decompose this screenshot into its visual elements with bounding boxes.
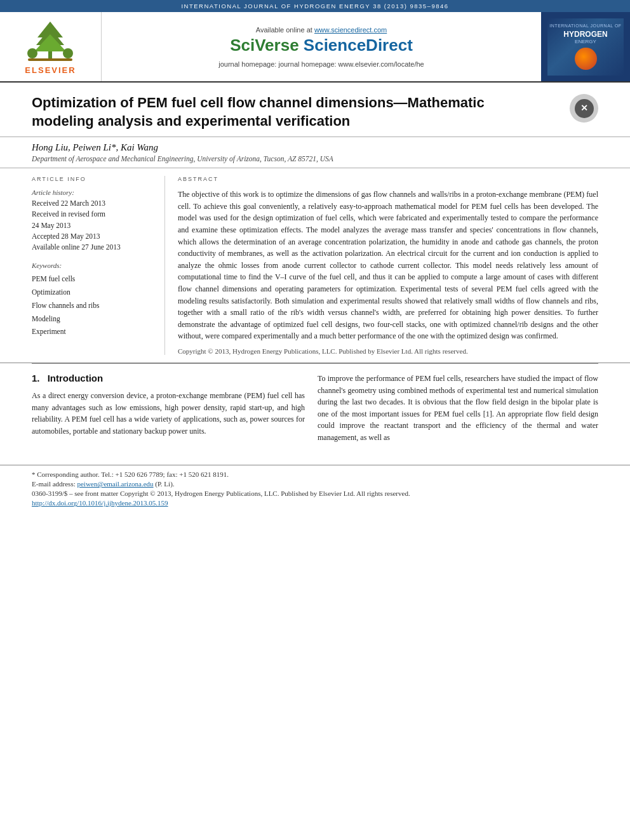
homepage-link[interactable]: journal homepage: www.elsevier.com/locat… bbox=[278, 60, 424, 68]
revised-label: Received in revised form bbox=[32, 209, 155, 220]
introduction-right-text: To improve the performance of PEM fuel c… bbox=[318, 373, 598, 444]
accepted-date: Accepted 28 May 2013 bbox=[32, 231, 155, 242]
email-suffix: (P. Li). bbox=[154, 480, 175, 488]
doi-line: http://dx.doi.org/10.1016/j.ijhydene.201… bbox=[32, 499, 598, 507]
journal-bar-text: INTERNATIONAL JOURNAL OF HYDROGEN ENERGY… bbox=[181, 3, 448, 10]
keyword-4: Modeling bbox=[32, 312, 155, 326]
journal-cover-section: International Journal of HYDROGEN ENERGY bbox=[541, 12, 630, 81]
svg-rect-6 bbox=[28, 58, 72, 61]
crossmark-badge[interactable]: ✕ bbox=[570, 94, 598, 123]
journal-cover-title-line1: International Journal of bbox=[549, 23, 621, 29]
elsevier-logo-section: ELSEVIER bbox=[0, 12, 102, 81]
online-date: Available online 27 June 2013 bbox=[32, 242, 155, 253]
introduction-left: 1. Introduction As a direct energy conve… bbox=[32, 373, 305, 444]
journal-cover-main: HYDROGEN bbox=[563, 30, 607, 39]
journal-bar: INTERNATIONAL JOURNAL OF HYDROGEN ENERGY… bbox=[0, 0, 630, 12]
header-section: ELSEVIER Available online at www.science… bbox=[0, 12, 630, 83]
issn-line: 0360-3199/$ – see front matter Copyright… bbox=[32, 490, 598, 497]
introduction-section: 1. Introduction As a direct energy conve… bbox=[0, 364, 630, 453]
svg-rect-0 bbox=[48, 50, 52, 60]
crossmark-inner: ✕ bbox=[575, 99, 594, 118]
email-address: E-mail address: peiwen@email.arizona.edu… bbox=[32, 480, 598, 488]
abstract-text: The objective of this work is to optimiz… bbox=[178, 189, 598, 342]
keyword-1: PEM fuel cells bbox=[32, 272, 155, 286]
elsevier-text: ELSEVIER bbox=[25, 65, 76, 75]
elsevier-tree-svg bbox=[25, 18, 76, 63]
keyword-2: Optimization bbox=[32, 286, 155, 299]
article-title-section: Optimization of PEM fuel cell flow chann… bbox=[0, 83, 630, 137]
introduction-title: 1. Introduction bbox=[32, 373, 305, 383]
journal-cover: International Journal of HYDROGEN ENERGY bbox=[547, 18, 624, 76]
email-link[interactable]: peiwen@email.arizona.edu bbox=[77, 480, 153, 488]
sciverse-brand: SciVerse ScienceDirect bbox=[230, 36, 413, 55]
received-date: Received 22 March 2013 bbox=[32, 198, 155, 209]
revised-date: 24 May 2013 bbox=[32, 220, 155, 231]
introduction-right: To improve the performance of PEM fuel c… bbox=[318, 373, 598, 444]
crossmark-circle: ✕ bbox=[570, 94, 598, 123]
sci-part: SciVerse bbox=[230, 36, 304, 55]
journal-homepage: journal homepage: journal homepage: www.… bbox=[218, 60, 424, 68]
keyword-5: Experiment bbox=[32, 325, 155, 338]
doi-link[interactable]: http://dx.doi.org/10.1016/j.ijhydene.201… bbox=[32, 499, 168, 507]
article-info-abstract: ARTICLE INFO Article history: Received 2… bbox=[0, 168, 630, 363]
abstract-heading: ABSTRACT bbox=[178, 176, 598, 182]
copyright-text: Copyright © 2013, Hydrogen Energy Public… bbox=[178, 347, 598, 355]
keywords-label: Keywords: bbox=[32, 262, 155, 269]
verse-part: ScienceDirect bbox=[304, 36, 413, 55]
article-history-group: Article history: Received 22 March 2013 … bbox=[32, 189, 155, 253]
footer-section: * Corresponding author. Tel.: +1 520 626… bbox=[0, 465, 630, 512]
keyword-3: Flow channels and ribs bbox=[32, 299, 155, 312]
journal-cover-sub: ENERGY bbox=[575, 39, 596, 44]
section-title-text: Introduction bbox=[48, 373, 103, 383]
crossmark-x: ✕ bbox=[580, 104, 588, 113]
history-label: Article history: bbox=[32, 189, 155, 196]
svg-point-5 bbox=[63, 48, 73, 58]
introduction-left-text: As a direct energy conversion device, a … bbox=[32, 390, 305, 437]
article-info-column: ARTICLE INFO Article history: Received 2… bbox=[32, 176, 165, 355]
authors-affiliation: Department of Aerospace and Mechanical E… bbox=[32, 155, 598, 163]
article-title: Optimization of PEM fuel cell flow chann… bbox=[32, 94, 513, 130]
journal-cover-circle bbox=[575, 48, 597, 70]
article-info-heading: ARTICLE INFO bbox=[32, 176, 155, 182]
section-number: 1. bbox=[32, 373, 40, 383]
abstract-column: ABSTRACT The objective of this work is t… bbox=[178, 176, 598, 355]
keywords-section: Keywords: PEM fuel cells Optimization Fl… bbox=[32, 262, 155, 338]
header-center: Available online at www.sciencedirect.co… bbox=[102, 12, 541, 81]
authors-section: Hong Liu, Peiwen Li*, Kai Wang Departmen… bbox=[0, 137, 630, 168]
corresponding-author: * Corresponding author. Tel.: +1 520 626… bbox=[32, 470, 598, 478]
authors-names: Hong Liu, Peiwen Li*, Kai Wang bbox=[32, 142, 598, 153]
available-text: Available online at www.sciencedirect.co… bbox=[256, 26, 387, 34]
svg-point-4 bbox=[27, 48, 37, 58]
sciverse-link[interactable]: www.sciencedirect.com bbox=[314, 26, 387, 34]
elsevier-logo: ELSEVIER bbox=[25, 18, 76, 75]
